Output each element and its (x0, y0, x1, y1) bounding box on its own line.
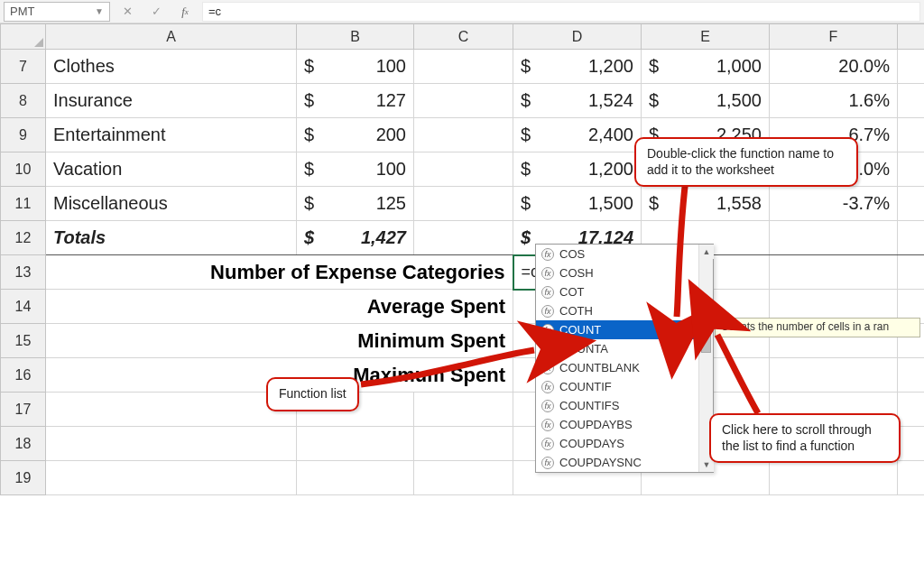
cell[interactable]: $200 (297, 118, 414, 152)
autocomplete-item[interactable]: fx COUNTIFS (536, 396, 713, 415)
row-header[interactable]: 11 (1, 187, 46, 221)
col-header-A[interactable]: A (46, 24, 297, 50)
cell[interactable] (414, 393, 513, 427)
cancel-entry-icon[interactable]: ✕ (116, 2, 139, 22)
cell[interactable]: $1,000 (642, 50, 770, 84)
cell[interactable]: 20.0% (770, 50, 898, 84)
fx-icon: fx (541, 248, 554, 261)
worksheet-grid[interactable]: A B C D E F 7 Clothes $100 $1,200 $1,000… (0, 23, 924, 495)
cell[interactable] (414, 50, 513, 84)
autocomplete-item[interactable]: fx COUPDAYSNC (536, 453, 713, 472)
cell[interactable] (898, 187, 925, 221)
row-header[interactable]: 15 (1, 324, 46, 358)
cell[interactable]: Insurance (46, 84, 297, 118)
cell[interactable] (770, 255, 898, 290)
cell[interactable]: $1,200 (513, 50, 642, 84)
cell[interactable] (898, 152, 925, 187)
insert-function-icon[interactable]: fx (173, 2, 197, 22)
cell[interactable]: Vacation (46, 152, 297, 187)
cell[interactable]: $1,524 (513, 84, 642, 118)
cell[interactable] (414, 118, 513, 152)
cell[interactable]: Entertainment (46, 118, 297, 152)
cell[interactable] (898, 255, 925, 290)
row-header[interactable]: 13 (1, 255, 46, 290)
cell[interactable]: $1,500 (513, 187, 642, 221)
cell[interactable] (770, 358, 898, 393)
cell[interactable]: $1,500 (642, 84, 770, 118)
autocomplete-item[interactable]: fx COS (536, 245, 713, 263)
col-header-E[interactable]: E (642, 24, 770, 50)
col-header-D[interactable]: D (513, 24, 642, 50)
col-header-B[interactable]: B (297, 24, 414, 50)
cell[interactable] (297, 461, 414, 495)
cell[interactable] (898, 84, 925, 118)
cell[interactable] (414, 187, 513, 221)
cell[interactable]: 1.6% (770, 84, 898, 118)
function-autocomplete-list[interactable]: fx COS fx COSH fx COT fx COTH fx COUNT f… (535, 244, 714, 473)
cell[interactable] (898, 118, 925, 152)
scroll-up-icon[interactable]: ▲ (699, 245, 714, 259)
col-header-F[interactable]: F (770, 24, 898, 50)
autocomplete-item[interactable]: fx COUPDAYBS (536, 415, 713, 434)
cell[interactable] (898, 461, 925, 495)
row-header[interactable]: 8 (1, 84, 46, 118)
formula-bar-input[interactable]: =c (202, 2, 920, 22)
cell[interactable] (46, 427, 297, 461)
label-expense-categories[interactable]: Number of Expense Categories (46, 255, 513, 290)
row-header[interactable]: 14 (1, 290, 46, 324)
scroll-thumb[interactable] (701, 317, 711, 353)
cell[interactable] (770, 221, 898, 255)
cell[interactable] (898, 50, 925, 84)
cell[interactable]: $127 (297, 84, 414, 118)
cell[interactable]: $2,400 (513, 118, 642, 152)
cell[interactable] (414, 427, 513, 461)
cell[interactable]: Clothes (46, 50, 297, 84)
cell[interactable] (770, 461, 898, 495)
label-average-spent[interactable]: Average Spent (46, 290, 513, 324)
cell[interactable]: $1,200 (513, 152, 642, 187)
row-header[interactable]: 18 (1, 427, 46, 461)
autocomplete-item[interactable]: fx COTH (536, 301, 713, 320)
select-all-triangle[interactable] (1, 24, 46, 50)
col-header-C[interactable]: C (414, 24, 513, 50)
row-header[interactable]: 16 (1, 358, 46, 393)
cell[interactable]: Totals (46, 221, 297, 255)
cell[interactable] (414, 221, 513, 255)
cell[interactable]: Miscellaneous (46, 187, 297, 221)
col-header-blank[interactable] (898, 24, 925, 50)
row-header[interactable]: 7 (1, 50, 46, 84)
cell[interactable]: -3.7% (770, 187, 898, 221)
cell[interactable]: $100 (297, 50, 414, 84)
chevron-down-icon[interactable]: ▼ (95, 6, 104, 16)
callout-function-list: Function list (266, 377, 359, 411)
cell[interactable] (898, 393, 925, 427)
autocomplete-item[interactable]: fx COUNTBLANK (536, 358, 713, 377)
cell[interactable] (414, 461, 513, 495)
cell[interactable] (898, 221, 925, 255)
autocomplete-item[interactable]: fx COT (536, 282, 713, 301)
row-header[interactable]: 12 (1, 221, 46, 255)
cell[interactable] (898, 427, 925, 461)
autocomplete-item[interactable]: fx COSH (536, 263, 713, 282)
row-header[interactable]: 19 (1, 461, 46, 495)
cell[interactable] (414, 84, 513, 118)
fx-icon: fx (541, 324, 554, 337)
cell[interactable] (898, 358, 925, 393)
cell[interactable] (46, 393, 297, 427)
cell[interactable] (297, 427, 414, 461)
autocomplete-item[interactable]: fx COUPDAYS (536, 434, 713, 453)
row-header[interactable]: 9 (1, 118, 46, 152)
cell[interactable]: $125 (297, 187, 414, 221)
row-header[interactable]: 17 (1, 393, 46, 427)
cell[interactable]: $100 (297, 152, 414, 187)
enter-entry-icon[interactable]: ✓ (144, 2, 168, 22)
cell[interactable]: $1,558 (642, 187, 770, 221)
cell[interactable] (414, 152, 513, 187)
cell[interactable] (46, 461, 297, 495)
name-box[interactable]: PMT ▼ (4, 2, 110, 22)
table-row: 13 Number of Expense Categories =c (1, 255, 925, 290)
cell[interactable]: $1,427 (297, 221, 414, 255)
row-header[interactable]: 10 (1, 152, 46, 187)
label-minimum-spent[interactable]: Minimum Spent (46, 324, 513, 358)
autocomplete-item[interactable]: fx COUNTIF (536, 377, 713, 396)
